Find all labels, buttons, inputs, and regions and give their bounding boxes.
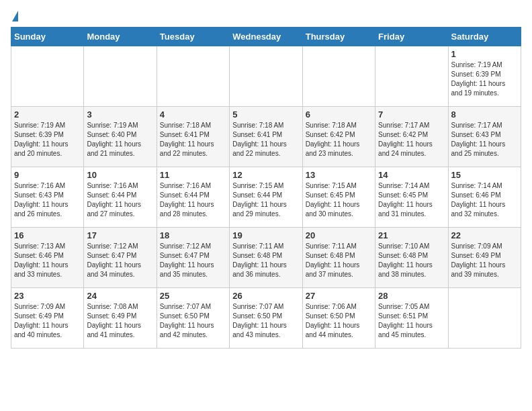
day-info: Sunrise: 7:11 AMSunset: 6:48 PMDaylight:… [232,242,299,279]
day-number: 20 [306,230,372,240]
calendar-cell: 23Sunrise: 7:09 AMSunset: 6:49 PMDayligh… [11,288,84,349]
day-info: Sunrise: 7:05 AMSunset: 6:51 PMDaylight:… [378,302,445,340]
day-info: Sunrise: 7:14 AMSunset: 6:45 PMDaylight:… [378,181,445,219]
day-number: 3 [87,109,153,120]
day-number: 13 [306,170,372,180]
day-info: Sunrise: 7:09 AMSunset: 6:49 PMDaylight:… [14,302,81,340]
day-info: Sunrise: 7:14 AMSunset: 6:46 PMDaylight:… [451,181,518,219]
logo-arrow-icon [12,11,18,21]
day-number: 19 [232,230,299,240]
week-row-0: 1Sunrise: 7:19 AMSunset: 6:39 PMDaylight… [11,46,521,107]
day-info: Sunrise: 7:13 AMSunset: 6:46 PMDaylight:… [14,242,81,279]
day-number: 8 [451,109,518,120]
calendar-cell: 2Sunrise: 7:19 AMSunset: 6:39 PMDaylight… [11,107,84,167]
calendar-cell: 13Sunrise: 7:15 AMSunset: 6:45 PMDayligh… [302,167,375,228]
day-number: 7 [378,109,445,120]
calendar-cell: 15Sunrise: 7:14 AMSunset: 6:46 PMDayligh… [448,167,521,228]
calendar-cell: 14Sunrise: 7:14 AMSunset: 6:45 PMDayligh… [375,167,448,228]
day-number: 28 [378,291,445,301]
calendar-cell [448,288,521,349]
day-number: 9 [14,170,81,180]
day-number: 12 [232,170,299,180]
day-info: Sunrise: 7:11 AMSunset: 6:48 PMDaylight:… [306,242,372,279]
day-info: Sunrise: 7:19 AMSunset: 6:40 PMDaylight:… [87,121,153,158]
day-number: 15 [451,170,518,180]
day-number: 23 [14,291,81,301]
day-info: Sunrise: 7:17 AMSunset: 6:42 PMDaylight:… [378,121,445,158]
day-info: Sunrise: 7:18 AMSunset: 6:41 PMDaylight:… [232,121,299,158]
day-number: 17 [87,230,153,240]
calendar-cell [11,46,84,107]
day-number: 16 [14,230,81,240]
calendar-cell [375,46,448,107]
header-row: SundayMondayTuesdayWednesdayThursdayFrid… [11,28,521,46]
calendar-cell: 16Sunrise: 7:13 AMSunset: 6:46 PMDayligh… [11,228,84,288]
calendar-cell: 8Sunrise: 7:17 AMSunset: 6:43 PMDaylight… [448,107,521,167]
calendar-header: SundayMondayTuesdayWednesdayThursdayFrid… [11,28,521,46]
week-row-1: 2Sunrise: 7:19 AMSunset: 6:39 PMDaylight… [11,107,521,167]
day-number: 2 [14,109,81,120]
day-info: Sunrise: 7:19 AMSunset: 6:39 PMDaylight:… [14,121,81,158]
calendar-cell: 28Sunrise: 7:05 AMSunset: 6:51 PMDayligh… [375,288,448,349]
calendar-body: 1Sunrise: 7:19 AMSunset: 6:39 PMDaylight… [11,46,521,349]
calendar-cell: 12Sunrise: 7:15 AMSunset: 6:44 PMDayligh… [230,167,302,228]
calendar-cell [302,46,375,107]
day-number: 26 [232,291,299,301]
calendar-cell: 25Sunrise: 7:07 AMSunset: 6:50 PMDayligh… [157,288,229,349]
day-info: Sunrise: 7:08 AMSunset: 6:49 PMDaylight:… [87,302,153,340]
day-number: 5 [232,109,299,120]
header-day-sunday: Sunday [11,28,84,46]
calendar-cell: 24Sunrise: 7:08 AMSunset: 6:49 PMDayligh… [84,288,157,349]
header-day-tuesday: Tuesday [157,28,229,46]
calendar-cell: 18Sunrise: 7:12 AMSunset: 6:47 PMDayligh… [157,228,229,288]
day-info: Sunrise: 7:09 AMSunset: 6:49 PMDaylight:… [451,242,518,279]
day-info: Sunrise: 7:19 AMSunset: 6:39 PMDaylight:… [451,60,518,98]
day-info: Sunrise: 7:12 AMSunset: 6:47 PMDaylight:… [160,242,226,279]
calendar-cell: 17Sunrise: 7:12 AMSunset: 6:47 PMDayligh… [84,228,157,288]
calendar-cell: 5Sunrise: 7:18 AMSunset: 6:41 PMDaylight… [230,107,302,167]
calendar-cell: 26Sunrise: 7:07 AMSunset: 6:50 PMDayligh… [230,288,302,349]
calendar-cell: 6Sunrise: 7:18 AMSunset: 6:42 PMDaylight… [302,107,375,167]
calendar-cell: 1Sunrise: 7:19 AMSunset: 6:39 PMDaylight… [448,46,521,107]
day-info: Sunrise: 7:15 AMSunset: 6:44 PMDaylight:… [232,181,299,219]
day-number: 6 [306,109,372,120]
calendar-cell: 11Sunrise: 7:16 AMSunset: 6:44 PMDayligh… [157,167,229,228]
day-info: Sunrise: 7:07 AMSunset: 6:50 PMDaylight:… [232,302,299,340]
day-info: Sunrise: 7:16 AMSunset: 6:43 PMDaylight:… [14,181,81,219]
header-day-wednesday: Wednesday [230,28,302,46]
day-number: 22 [451,230,518,240]
calendar-cell [230,46,302,107]
day-info: Sunrise: 7:06 AMSunset: 6:50 PMDaylight:… [306,302,372,340]
day-number: 27 [306,291,372,301]
day-info: Sunrise: 7:16 AMSunset: 6:44 PMDaylight:… [160,181,226,219]
header-day-saturday: Saturday [448,28,521,46]
day-info: Sunrise: 7:10 AMSunset: 6:48 PMDaylight:… [378,242,445,279]
day-number: 18 [160,230,226,240]
week-row-2: 9Sunrise: 7:16 AMSunset: 6:43 PMDaylight… [11,167,521,228]
week-row-3: 16Sunrise: 7:13 AMSunset: 6:46 PMDayligh… [11,228,521,288]
day-number: 14 [378,170,445,180]
header [11,11,521,21]
calendar-cell: 19Sunrise: 7:11 AMSunset: 6:48 PMDayligh… [230,228,302,288]
calendar-cell [84,46,157,107]
calendar-cell: 20Sunrise: 7:11 AMSunset: 6:48 PMDayligh… [302,228,375,288]
header-day-monday: Monday [84,28,157,46]
day-info: Sunrise: 7:15 AMSunset: 6:45 PMDaylight:… [306,181,372,219]
calendar-cell: 7Sunrise: 7:17 AMSunset: 6:42 PMDaylight… [375,107,448,167]
day-number: 25 [160,291,226,301]
calendar-cell: 10Sunrise: 7:16 AMSunset: 6:44 PMDayligh… [84,167,157,228]
week-row-4: 23Sunrise: 7:09 AMSunset: 6:49 PMDayligh… [11,288,521,349]
header-day-thursday: Thursday [302,28,375,46]
day-info: Sunrise: 7:18 AMSunset: 6:42 PMDaylight:… [306,121,372,158]
day-info: Sunrise: 7:12 AMSunset: 6:47 PMDaylight:… [87,242,153,279]
logo [11,11,18,21]
calendar-cell [157,46,229,107]
calendar-cell: 9Sunrise: 7:16 AMSunset: 6:43 PMDaylight… [11,167,84,228]
day-info: Sunrise: 7:18 AMSunset: 6:41 PMDaylight:… [160,121,226,158]
calendar-cell: 3Sunrise: 7:19 AMSunset: 6:40 PMDaylight… [84,107,157,167]
calendar-cell: 4Sunrise: 7:18 AMSunset: 6:41 PMDaylight… [157,107,229,167]
day-number: 21 [378,230,445,240]
calendar-cell: 21Sunrise: 7:10 AMSunset: 6:48 PMDayligh… [375,228,448,288]
day-info: Sunrise: 7:17 AMSunset: 6:43 PMDaylight:… [451,121,518,158]
day-info: Sunrise: 7:07 AMSunset: 6:50 PMDaylight:… [160,302,226,340]
